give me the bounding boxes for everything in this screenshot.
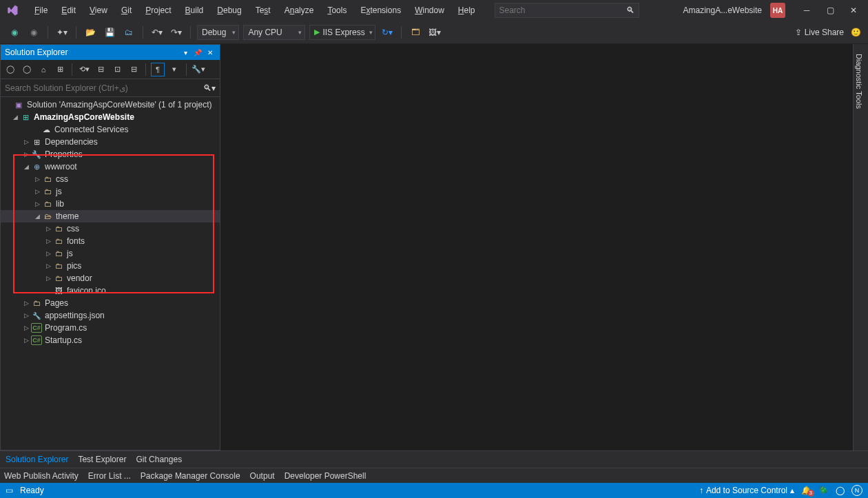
maximize-button[interactable]: ▢ <box>818 1 842 20</box>
menu-git[interactable]: Git <box>116 3 137 18</box>
undo-icon[interactable]: ↶▾ <box>149 25 165 40</box>
task-icon[interactable]: ◯ <box>836 486 845 495</box>
toolbar: ◉ ◉ ✦▾ 📂 💾 🗂 ↶▾ ↷▾ Debug Any CPU ▶IIS Ex… <box>0 21 868 44</box>
screenshot-icon[interactable]: 🖼▾ <box>427 25 442 40</box>
folder-icon: 🗀 <box>53 261 64 271</box>
theme-folder-node[interactable]: ◢🗁theme <box>1 210 220 222</box>
window-controls: ─ ▢ ✕ <box>795 1 865 20</box>
main-area: Solution Explorer ▾ 📌 ✕ ◯ ◯ ⌂ ⊞ ⟲▾ ⊟ ⊡ ⊟… <box>0 44 868 450</box>
menu-analyze[interactable]: Analyze <box>279 3 320 18</box>
global-search[interactable]: 🔍︎ <box>495 3 639 18</box>
tab-powershell[interactable]: Developer PowerShell <box>285 471 366 481</box>
menu-edit[interactable]: Edit <box>56 3 81 18</box>
save-icon[interactable]: 💾 <box>102 25 117 40</box>
wrench-icon[interactable]: 🔧▾ <box>192 63 205 76</box>
panel-search[interactable]: 🔍︎▾ <box>1 79 220 97</box>
status-bar: ▭ Ready ↑ Add to Source Control ▴ 🔔3 🪲 ◯… <box>0 483 868 498</box>
startup-cs-node[interactable]: ▷C#Startup.cs <box>1 334 220 346</box>
wwwroot-node[interactable]: ◢⊕wwwroot <box>1 160 220 173</box>
run-button[interactable]: ▶IIS Express <box>309 25 375 40</box>
user-avatar[interactable]: HA <box>770 3 785 18</box>
favicon-node[interactable]: ▷🖼favicon.ico <box>1 284 220 297</box>
csharp-icon: C# <box>31 323 42 333</box>
redo-icon[interactable]: ↷▾ <box>169 25 184 40</box>
tab-solution-explorer[interactable]: Solution Explorer <box>6 453 68 466</box>
theme-vendor-node[interactable]: ▷🗀vendor <box>1 272 220 284</box>
notifications-button[interactable]: 🔔3 <box>801 486 812 495</box>
platform-dropdown[interactable]: Any CPU <box>243 25 305 40</box>
live-share-button[interactable]: ⇪ Live Share <box>795 28 844 37</box>
fwd-icon[interactable]: ◯ <box>20 63 34 76</box>
pages-folder-node[interactable]: ▷🗀Pages <box>1 297 220 309</box>
tab-test-explorer[interactable]: Test Explorer <box>78 453 126 466</box>
sync-icon[interactable]: ⟲▾ <box>77 63 91 76</box>
refresh-icon[interactable]: ↻▾ <box>380 25 395 40</box>
play-icon: ▶ <box>314 28 320 37</box>
diagnostic-tools-tab[interactable]: Diagnostic Tools <box>854 50 865 113</box>
tab-web-publish[interactable]: Web Publish Activity <box>4 471 79 481</box>
panel-pin-icon[interactable]: 📌 <box>192 47 203 58</box>
menu-debug[interactable]: Debug <box>211 3 247 18</box>
feedback-icon[interactable]: 🙂 <box>851 28 861 37</box>
share-icon: ⇪ <box>795 28 802 37</box>
tab-git-changes[interactable]: Git Changes <box>136 453 182 466</box>
new-item-icon[interactable]: ✦▾ <box>54 25 70 40</box>
panel-close-icon[interactable]: ✕ <box>205 47 216 58</box>
nav-back-icon[interactable]: ◉ <box>7 25 22 40</box>
appsettings-node[interactable]: ▷🔧appsettings.json <box>1 309 220 322</box>
solution-node[interactable]: ▷▣Solution 'AmazingAspCoreWebsite' (1 of… <box>1 98 220 111</box>
theme-fonts-node[interactable]: ▷🗀fonts <box>1 235 220 247</box>
css-folder-node[interactable]: ▷🗀css <box>1 173 220 185</box>
lib-folder-node[interactable]: ▷🗀lib <box>1 198 220 210</box>
project-node[interactable]: ◢⊞AmazingAspCoreWebsite <box>1 111 220 123</box>
js-folder-node[interactable]: ▷🗀js <box>1 185 220 198</box>
dependencies-node[interactable]: ▷⊞Dependencies <box>1 136 220 148</box>
global-search-input[interactable] <box>499 6 626 15</box>
program-cs-node[interactable]: ▷C#Program.cs <box>1 322 220 334</box>
home-icon[interactable]: ⌂ <box>37 63 50 76</box>
feedback-icon[interactable]: 🪲 <box>818 486 829 495</box>
menu-test[interactable]: Test <box>250 3 276 18</box>
profile-icon[interactable]: N <box>851 485 862 496</box>
theme-css-node[interactable]: ▷🗀css <box>1 222 220 235</box>
menu-file[interactable]: File <box>29 3 53 18</box>
menu-help[interactable]: Help <box>453 3 481 18</box>
live-share-label: Live Share <box>805 28 844 37</box>
save-all-icon[interactable]: 🗂 <box>121 25 136 40</box>
filter2-icon[interactable]: ⊡ <box>110 63 124 76</box>
menu-window[interactable]: Window <box>409 3 450 18</box>
collapse-icon[interactable]: ⊟ <box>127 63 141 76</box>
menu-extensions[interactable]: Extensions <box>355 3 406 18</box>
more-icon[interactable]: ▾ <box>167 63 181 76</box>
open-icon[interactable]: 📂 <box>83 25 98 40</box>
menu-view[interactable]: View <box>84 3 113 18</box>
back-icon[interactable]: ◯ <box>3 63 17 76</box>
folder-open-icon: 🗁 <box>42 211 53 221</box>
tab-package-manager[interactable]: Package Manager Console <box>141 471 240 481</box>
source-control-button[interactable]: ↑ Add to Source Control ▴ <box>699 486 794 495</box>
config-dropdown[interactable]: Debug <box>197 25 239 40</box>
menu-tools[interactable]: Tools <box>322 3 352 18</box>
separator <box>72 63 72 76</box>
project-name-label: AmazingA...eWebsite <box>675 6 771 15</box>
nav-fwd-icon[interactable]: ◉ <box>26 25 41 40</box>
connected-services-node[interactable]: ▷☁Connected Services <box>1 123 220 136</box>
menu-build[interactable]: Build <box>180 3 209 18</box>
json-icon: 🔧 <box>31 311 42 320</box>
filter1-icon[interactable]: ⊟ <box>94 63 107 76</box>
close-button[interactable]: ✕ <box>842 1 865 20</box>
minimize-button[interactable]: ─ <box>795 1 818 20</box>
properties-node[interactable]: ▷🔧Properties <box>1 148 220 160</box>
browser-link-icon[interactable]: 🗔 <box>408 25 423 40</box>
menu-project[interactable]: Project <box>140 3 176 18</box>
theme-pics-node[interactable]: ▷🗀pics <box>1 260 220 272</box>
panel-search-input[interactable] <box>5 83 203 93</box>
panel-dropdown-icon[interactable]: ▾ <box>180 47 191 58</box>
tab-output[interactable]: Output <box>250 471 275 481</box>
switch-view-icon[interactable]: ⊞ <box>53 63 67 76</box>
panel-title-label: Solution Explorer <box>5 48 68 57</box>
theme-js-node[interactable]: ▷🗀js <box>1 247 220 260</box>
search-icon: 🔍︎▾ <box>203 83 216 93</box>
tab-error-list[interactable]: Error List ... <box>88 471 131 481</box>
show-all-icon[interactable]: ¶ <box>151 63 165 76</box>
